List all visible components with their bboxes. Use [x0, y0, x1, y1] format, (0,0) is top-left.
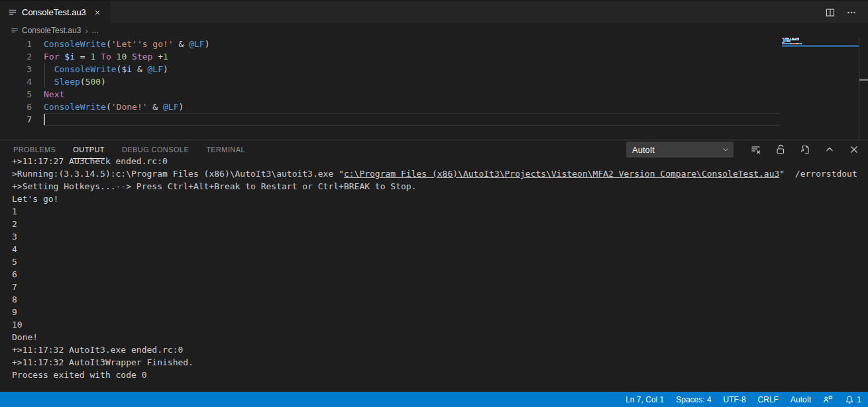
overview-ruler[interactable]: [859, 38, 859, 140]
editor-actions: [823, 1, 868, 23]
output-line: 4: [12, 243, 868, 255]
minimap-current-line: [782, 45, 859, 47]
bottom-panel: PROBLEMS OUTPUT DEBUG CONSOLE TERMINAL A…: [0, 140, 868, 392]
file-path-link[interactable]: c:\Program Files (x86)\AutoIt3\Projects\…: [344, 169, 779, 179]
line-number: 1: [0, 38, 32, 50]
output-line: Process exited with code 0: [12, 369, 868, 381]
eol-indicator[interactable]: CRLF: [758, 392, 779, 407]
bell-icon: [845, 395, 854, 404]
feedback-icon[interactable]: [823, 392, 833, 407]
autoit-file-icon: [11, 26, 19, 34]
breadcrumb-file[interactable]: ConsoleTest.au3: [22, 26, 81, 35]
status-bar: Ln 7, Col 1 Spaces: 4 UTF-8 CRLF AutoIt …: [0, 392, 868, 407]
code-line[interactable]: [44, 113, 780, 126]
notifications-bell[interactable]: 1: [845, 392, 861, 407]
editor-tab-bar: ConsoleTest.au3: [0, 0, 868, 23]
editor-gutter: 1234567: [0, 38, 32, 126]
editor-code[interactable]: ConsoleWrite('Let''s go!' & @LF)For $i =…: [44, 38, 780, 126]
output-line: +>Setting Hotkeys...--> Press Ctrl+Alt+B…: [12, 180, 868, 193]
line-number: 3: [0, 63, 32, 75]
output-line: 6: [12, 268, 868, 281]
tab-label: ConsoleTest.au3: [22, 7, 86, 17]
line-number: 4: [0, 75, 32, 88]
output-line: +>11:17:32 AutoIt3.exe ended.rc:0: [12, 343, 868, 356]
output-line: 10: [12, 318, 868, 331]
output-log[interactable]: +>11:17:27 AU3Check ended.rc:0>Running:(…: [0, 155, 868, 392]
text-cursor: [44, 114, 45, 125]
line-number: 5: [0, 88, 32, 101]
output-line: Done!: [12, 331, 868, 343]
output-line: 7: [12, 281, 868, 293]
vscode-window: ConsoleTest.au3 ConsoleTest.au3 › ... 12…: [0, 0, 868, 407]
code-editor[interactable]: 1234567 ConsoleWrite('Let''s go!' & @LF)…: [0, 38, 868, 140]
code-line[interactable]: For $i = 1 To 10 Step +1: [44, 50, 780, 63]
output-line: 2: [12, 218, 868, 230]
code-line[interactable]: ConsoleWrite('Let''s go!' & @LF): [44, 38, 780, 50]
close-tab-icon[interactable]: [91, 6, 104, 19]
output-line: 1: [12, 205, 868, 218]
notification-count: 1: [857, 395, 861, 404]
code-line[interactable]: ConsoleWrite('Done!' & @LF): [44, 101, 780, 113]
code-line[interactable]: Sleep(500): [44, 75, 780, 88]
output-channel-value: AutoIt: [632, 145, 655, 155]
output-line: +>11:17:27 AU3Check ended.rc:0: [12, 155, 868, 167]
language-mode-indicator[interactable]: AutoIt: [790, 392, 811, 407]
encoding-indicator[interactable]: UTF-8: [724, 392, 746, 407]
line-number: 2: [0, 50, 32, 63]
line-number: 7: [0, 113, 32, 126]
output-line: 5: [12, 255, 868, 268]
output-line: >Running:(3.3.14.5):c:\Program Files (x8…: [12, 167, 868, 180]
line-col-indicator[interactable]: Ln 7, Col 1: [625, 392, 664, 407]
overview-ruler-cursor-mark: [859, 79, 868, 81]
split-editor-icon[interactable]: [823, 5, 838, 20]
chevron-down-icon: [722, 146, 730, 154]
output-line: 9: [12, 306, 868, 318]
chevron-right-icon: ›: [85, 26, 87, 36]
indentation-indicator[interactable]: Spaces: 4: [676, 392, 711, 407]
breadcrumb[interactable]: ConsoleTest.au3 › ...: [0, 23, 868, 38]
output-line: Let's go!: [12, 193, 868, 205]
output-line: 8: [12, 293, 868, 306]
tab-consoletest[interactable]: ConsoleTest.au3: [0, 1, 111, 23]
code-line[interactable]: Next: [44, 88, 780, 101]
code-line[interactable]: ConsoleWrite($i & @LF): [44, 63, 780, 75]
status-bar-right: Ln 7, Col 1 Spaces: 4 UTF-8 CRLF AutoIt …: [625, 392, 868, 407]
autoit-file-icon: [8, 8, 17, 17]
breadcrumb-more[interactable]: ...: [92, 26, 99, 35]
more-actions-icon[interactable]: [844, 5, 859, 20]
line-number: 6: [0, 101, 32, 113]
output-line: 3: [12, 230, 868, 243]
output-line: +>11:17:32 AutoIt3Wrapper Finished.: [12, 356, 868, 369]
